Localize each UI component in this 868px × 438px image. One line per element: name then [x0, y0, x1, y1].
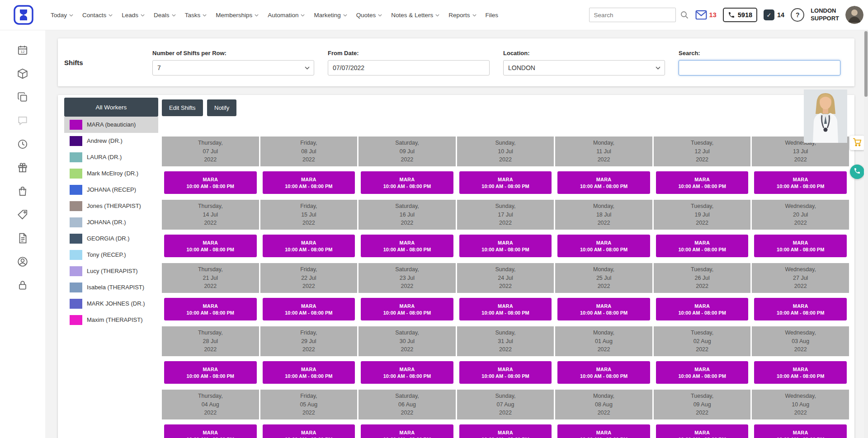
shift[interactable]: MARA10:00 AM - 08:00 PM	[557, 424, 650, 438]
sidebar-item-support[interactable]	[17, 256, 28, 268]
shift-slot: MARA10:00 AM - 08:00 PM	[752, 166, 849, 200]
shift[interactable]: MARA10:00 AM - 08:00 PM	[164, 298, 257, 320]
sidebar-item-tag[interactable]	[17, 209, 28, 221]
day-year: 2022	[499, 219, 512, 227]
shift[interactable]: MARA10:00 AM - 08:00 PM	[164, 235, 257, 257]
shift[interactable]: MARA10:00 AM - 08:00 PM	[656, 235, 749, 257]
nav-item-automation[interactable]: Automation	[268, 12, 305, 19]
all-workers-button[interactable]: All Workers	[64, 98, 158, 117]
shift[interactable]: MARA10:00 AM - 08:00 PM	[754, 361, 847, 384]
worker-item-isabela-therapist[interactable]: Isabela (THERAPIST)	[64, 279, 158, 296]
worker-item-mark-mcelroy-dr[interactable]: Mark McElroy (DR.)	[64, 165, 158, 182]
sidebar-item-shopping-bag[interactable]	[17, 185, 28, 197]
worker-item-mark-johnes-dr[interactable]: MARK JOHNES (DR.)	[64, 296, 158, 312]
worker-name: Isabela (THERAPIST)	[87, 284, 144, 292]
sidebar-item-gift[interactable]	[17, 162, 28, 174]
shift[interactable]: MARA10:00 AM - 08:00 PM	[361, 361, 453, 384]
location-select[interactable]: LONDON	[503, 60, 665, 75]
shift[interactable]: MARA10:00 AM - 08:00 PM	[557, 171, 650, 194]
phone-button[interactable]: 5918	[723, 8, 757, 22]
nav-item-label: Tasks	[185, 12, 201, 19]
worker-item-tony-recep[interactable]: Tony (RECEP.)	[64, 247, 158, 263]
shift[interactable]: MARA10:00 AM - 08:00 PM	[263, 424, 355, 438]
worker-item-johana-recep[interactable]: JOHANA (RECEP)	[64, 182, 158, 198]
shift[interactable]: MARA10:00 AM - 08:00 PM	[754, 298, 847, 320]
shift[interactable]: MARA10:00 AM - 08:00 PM	[459, 171, 552, 194]
tasks-done-button[interactable]: ✓ 14	[764, 9, 784, 20]
nav-item-reports[interactable]: Reports	[448, 12, 476, 19]
nav-item-tasks[interactable]: Tasks	[185, 12, 207, 19]
worker-item-laura-dr[interactable]: LAURA (DR.)	[64, 149, 158, 165]
shift[interactable]: MARA10:00 AM - 08:00 PM	[557, 361, 650, 384]
shift[interactable]: MARA10:00 AM - 08:00 PM	[361, 424, 453, 438]
help-button[interactable]: ?	[791, 8, 804, 22]
day-header: Thursday,21 Jul2022	[162, 263, 259, 293]
notify-button[interactable]: Notify	[207, 99, 236, 116]
shifts-per-row-select[interactable]: 7	[152, 60, 314, 75]
shift-search-input[interactable]	[679, 60, 840, 75]
shift[interactable]: MARA10:00 AM - 08:00 PM	[656, 171, 749, 194]
call-widget-button[interactable]	[850, 165, 864, 179]
scrollbar-thumb[interactable]	[864, 31, 868, 97]
nav-item-notes-letters[interactable]: Notes & Letters	[391, 12, 439, 19]
shift[interactable]: MARA10:00 AM - 08:00 PM	[164, 424, 257, 438]
nav-item-leads[interactable]: Leads	[122, 12, 145, 19]
app-logo[interactable]	[14, 5, 33, 25]
worker-color-swatch	[70, 234, 82, 244]
worker-item-mara-beautician[interactable]: MARA (beautician)	[64, 117, 158, 133]
nav-item-marketing[interactable]: Marketing	[314, 12, 347, 19]
sidebar-item-history[interactable]	[17, 138, 28, 150]
shift[interactable]: MARA10:00 AM - 08:00 PM	[754, 171, 847, 194]
shift[interactable]: MARA10:00 AM - 08:00 PM	[656, 424, 749, 438]
nav-item-files[interactable]: Files	[486, 12, 499, 19]
shift[interactable]: MARA10:00 AM - 08:00 PM	[361, 235, 453, 257]
nav-item-memberships[interactable]: Memberships	[216, 12, 259, 19]
edit-shifts-button[interactable]: Edit Shifts	[162, 99, 203, 116]
shift-time: 10:00 AM - 08:00 PM	[678, 184, 726, 189]
worker-item-lucy-therapist[interactable]: Lucy (THERAPIST)	[64, 263, 158, 279]
shift[interactable]: MARA10:00 AM - 08:00 PM	[164, 361, 257, 384]
shift[interactable]: MARA10:00 AM - 08:00 PM	[754, 235, 847, 257]
search-icon[interactable]	[680, 10, 689, 19]
nav-item-quotes[interactable]: Quotes	[356, 12, 382, 19]
shift[interactable]: MARA10:00 AM - 08:00 PM	[754, 424, 847, 438]
from-date-input[interactable]	[328, 60, 490, 75]
scrollbar-track[interactable]	[864, 30, 868, 438]
shift[interactable]: MARA10:00 AM - 08:00 PM	[656, 298, 749, 320]
sidebar-item-copy[interactable]	[17, 91, 28, 103]
shift[interactable]: MARA10:00 AM - 08:00 PM	[164, 171, 257, 194]
shift[interactable]: MARA10:00 AM - 08:00 PM	[263, 361, 355, 384]
worker-item-johana-dr[interactable]: JOHANA (DR.)	[64, 214, 158, 231]
shift[interactable]: MARA10:00 AM - 08:00 PM	[361, 298, 453, 320]
shift[interactable]: MARA10:00 AM - 08:00 PM	[557, 298, 650, 320]
global-search-input[interactable]	[589, 8, 676, 22]
shift[interactable]: MARA10:00 AM - 08:00 PM	[263, 235, 355, 257]
mail-button[interactable]: 13	[695, 10, 717, 20]
user-avatar[interactable]	[845, 6, 863, 24]
cart-widget-button[interactable]	[850, 136, 864, 150]
nav-item-deals[interactable]: Deals	[154, 12, 176, 19]
shift[interactable]: MARA10:00 AM - 08:00 PM	[361, 171, 453, 194]
shift[interactable]: MARA10:00 AM - 08:00 PM	[459, 235, 552, 257]
sidebar-item-chat[interactable]	[17, 115, 28, 127]
worker-item-georgia-dr[interactable]: GEORGIA (DR.)	[64, 231, 158, 247]
sidebar-item-calendar[interactable]: 12	[17, 44, 28, 56]
shift-worker-name: MARA	[793, 367, 808, 372]
shift[interactable]: MARA10:00 AM - 08:00 PM	[557, 235, 650, 257]
shift[interactable]: MARA10:00 AM - 08:00 PM	[263, 298, 355, 320]
sidebar-item-document[interactable]	[17, 232, 28, 244]
worker-item-andrew-dr[interactable]: Andrew (DR.)	[64, 133, 158, 149]
sidebar-item-lock[interactable]	[17, 279, 28, 291]
shift[interactable]: MARA10:00 AM - 08:00 PM	[263, 171, 355, 194]
nav-item-today[interactable]: Today	[51, 12, 73, 19]
shift-worker-name: MARA	[203, 177, 218, 182]
worker-item-maxim-therapist[interactable]: Maxim (THERAPIST)	[64, 312, 158, 328]
shift[interactable]: MARA10:00 AM - 08:00 PM	[459, 298, 552, 320]
shift[interactable]: MARA10:00 AM - 08:00 PM	[656, 361, 749, 384]
shift[interactable]: MARA10:00 AM - 08:00 PM	[459, 361, 552, 384]
shift-time: 10:00 AM - 08:00 PM	[187, 437, 234, 438]
nav-item-contacts[interactable]: Contacts	[82, 12, 113, 19]
sidebar-item-package[interactable]	[17, 68, 28, 80]
worker-item-jones-therapist[interactable]: Jones (THERAPIST)	[64, 198, 158, 214]
shift[interactable]: MARA10:00 AM - 08:00 PM	[459, 424, 552, 438]
